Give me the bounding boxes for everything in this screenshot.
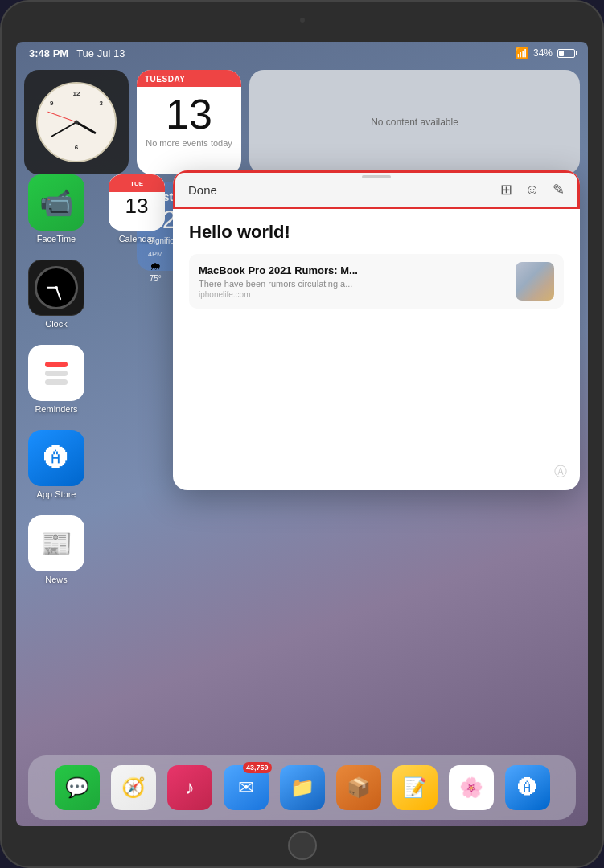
facetime-icon[interactable]: 📹 — [28, 174, 84, 231]
calendar-icon-inner: TUE 13 — [109, 174, 165, 231]
calendar-widget-small[interactable]: TUESDAY 13 No more events today — [137, 70, 241, 174]
camera-dot — [300, 18, 305, 23]
notes-content[interactable]: Hello world! MacBook Pro 2021 Rumors: M.… — [173, 209, 580, 490]
app-item-facetime[interactable]: 📹 FaceTime — [24, 174, 88, 244]
battery-icon — [557, 49, 575, 58]
deliveries-dock-icon[interactable]: 📦 — [336, 765, 381, 810]
reminder-dot-red — [45, 362, 68, 367]
files-folder-icon: 📁 — [290, 776, 314, 799]
battery-percent: 34% — [533, 47, 553, 59]
music-note-icon: ♪ — [185, 776, 195, 799]
notes-title: Hello world! — [189, 222, 564, 243]
home-button[interactable] — [288, 831, 317, 860]
clock-label: Clock — [45, 319, 68, 329]
toolbar-compose-icon[interactable]: ✎ — [553, 181, 565, 199]
clock-face: 12 3 6 9 — [36, 82, 117, 162]
photo-widget[interactable]: No content available — [249, 70, 580, 174]
mail-badge: 43,759 — [243, 762, 272, 773]
clock-center — [75, 121, 79, 125]
toolbar-done-button[interactable]: Done — [188, 183, 491, 197]
toolbar-grid-icon[interactable]: ⊞ — [500, 181, 512, 199]
app-item-appstore[interactable]: 🅐 App Store — [24, 430, 88, 499]
reminders-inner — [28, 345, 84, 401]
dock-app-music[interactable]: ♪ — [167, 765, 212, 810]
news-label: News — [45, 575, 68, 584]
files-dock-icon[interactable]: 📁 — [280, 765, 325, 810]
facetime-label: FaceTime — [37, 234, 76, 244]
note-link-card[interactable]: MacBook Pro 2021 Rumors: M... There have… — [189, 254, 564, 309]
notes-popup[interactable]: Done ⊞ ☺ ✎ Hello world! MacBook Pro 2021… — [173, 170, 580, 490]
toolbar-drag-handle[interactable] — [362, 175, 391, 178]
cal-header: TUESDAY — [137, 70, 241, 87]
news-inner: 📰 — [28, 515, 84, 571]
mail-envelope-icon: ✉ — [238, 776, 254, 799]
reminder-dot-gray — [45, 371, 68, 376]
calendar-date-num: 13 — [109, 194, 165, 219]
reminders-label: Reminders — [35, 404, 77, 414]
photo-no-content-label: No content available — [371, 117, 458, 128]
app-item-news[interactable]: 📰 News — [24, 515, 88, 584]
notes-dock-icon[interactable]: 📝 — [392, 765, 438, 810]
news-icon[interactable]: 📰 — [28, 515, 84, 571]
link-card-domain: iphonelife.com — [199, 290, 507, 299]
ipad-screen: 3:48 PM Tue Jul 13 📶 34% 12 3 6 9 — [16, 42, 588, 826]
appstore-label: App Store — [37, 489, 76, 499]
appstore-icon[interactable]: 🅐 — [28, 430, 84, 486]
dock-app-messages[interactable]: 💬 — [55, 765, 100, 810]
cal-no-events: No more events today — [137, 138, 241, 148]
appstore-store-icon: 🅐 — [518, 776, 537, 799]
battery-fill — [559, 51, 564, 56]
wifi-icon: 📶 — [515, 47, 528, 59]
status-date: Tue Jul 13 — [76, 47, 125, 59]
safari-dock-icon[interactable]: 🧭 — [111, 765, 156, 810]
link-card-text: MacBook Pro 2021 Rumors: M... There have… — [199, 264, 507, 299]
mail-dock-icon[interactable]: ✉ 43,759 — [224, 765, 269, 810]
calendar-icon[interactable]: TUE 13 — [109, 174, 165, 231]
link-card-title: MacBook Pro 2021 Rumors: M... — [199, 264, 507, 276]
safari-compass-icon: 🧭 — [121, 776, 146, 799]
hour-hand — [76, 121, 97, 135]
dock-app-mail[interactable]: ✉ 43,759 — [224, 765, 269, 810]
app-item-clock[interactable]: Clock — [24, 260, 88, 329]
ipad-frame: 3:48 PM Tue Jul 13 📶 34% 12 3 6 9 — [0, 0, 604, 868]
status-right: 📶 34% — [515, 47, 575, 59]
photos-flower-icon: 🌸 — [459, 776, 483, 799]
dock-app-appstore[interactable]: 🅐 — [505, 765, 550, 810]
clock-widget[interactable]: 12 3 6 9 — [24, 70, 129, 174]
dock-app-notes[interactable]: 📝 — [392, 765, 438, 810]
toolbar-icons: ⊞ ☺ ✎ — [500, 181, 565, 199]
calendar-day-text: TUE — [130, 180, 143, 187]
photos-dock-icon[interactable]: 🌸 — [449, 765, 494, 810]
notes-toolbar: Done ⊞ ☺ ✎ — [173, 170, 580, 209]
notes-pad-icon: 📝 — [403, 776, 427, 799]
news-n-icon: 📰 — [40, 528, 72, 559]
appstore-a-icon: 🅐 — [44, 444, 68, 472]
reminder-dot-gray2 — [45, 379, 68, 385]
app-item-reminders[interactable]: Reminders — [24, 345, 88, 414]
dock-app-safari[interactable]: 🧭 — [111, 765, 156, 810]
facetime-camera-icon: 📹 — [39, 186, 73, 219]
music-dock-icon[interactable]: ♪ — [167, 765, 212, 810]
messages-dock-icon[interactable]: 💬 — [55, 765, 100, 810]
reminders-icon[interactable] — [28, 345, 84, 401]
calendar-label: Calendar — [119, 234, 155, 244]
link-thumb-image — [516, 262, 554, 301]
dock-app-deliveries[interactable]: 📦 — [336, 765, 381, 810]
toolbar-emoji-icon[interactable]: ☺ — [525, 182, 540, 199]
cal-date-big: 13 — [137, 87, 241, 138]
status-bar: 3:48 PM Tue Jul 13 📶 34% — [16, 42, 588, 64]
clock-app-face — [35, 266, 78, 309]
clock-app-icon[interactable] — [28, 260, 84, 316]
dock-app-photos[interactable]: 🌸 — [449, 765, 494, 810]
messages-bubble-icon: 💬 — [65, 776, 89, 799]
cal-header-day: TUESDAY — [145, 75, 233, 84]
minute-hand — [51, 121, 76, 137]
app-item-calendar[interactable]: TUE 13 Calendar — [105, 174, 169, 244]
link-card-desc: There have been rumors circulating a... — [199, 279, 507, 289]
appstore-dock-icon[interactable]: 🅐 — [505, 765, 550, 810]
dock-app-files[interactable]: 📁 — [280, 765, 325, 810]
status-time: 3:48 PM — [29, 47, 68, 59]
second-hand — [47, 112, 76, 123]
apps-grid: 📹 FaceTime TUE 13 Calendar — [24, 174, 169, 584]
dock: 💬 🧭 ♪ ✉ 43,759 — [28, 755, 576, 820]
